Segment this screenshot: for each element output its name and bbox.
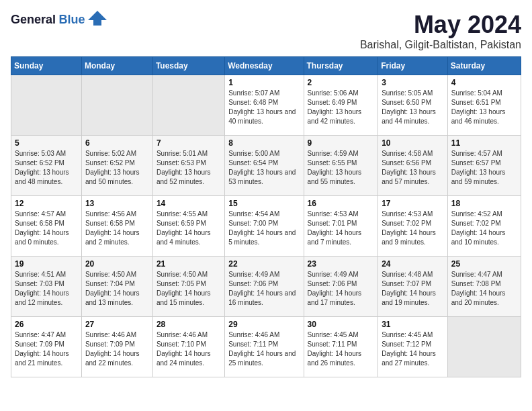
day-info: Sunrise: 4:58 AMSunset: 6:56 PMDaylight:… — [382, 149, 444, 187]
day-number: 14 — [157, 199, 221, 208]
calendar-cell: 31Sunrise: 4:45 AMSunset: 7:12 PMDayligh… — [378, 317, 448, 377]
logo-general: General — [11, 13, 56, 26]
day-info: Sunrise: 4:50 AMSunset: 7:05 PMDaylight:… — [157, 270, 221, 308]
header-friday: Friday — [378, 57, 448, 75]
day-info: Sunrise: 4:51 AMSunset: 7:03 PMDaylight:… — [15, 270, 78, 308]
title-block: May 2024 Barishal, Gilgit-Baltistan, Pak… — [360, 11, 521, 51]
header-sunday: Sunday — [11, 57, 82, 75]
calendar-cell — [81, 75, 152, 136]
day-info: Sunrise: 4:57 AMSunset: 6:57 PMDaylight:… — [451, 149, 517, 187]
day-number: 4 — [451, 78, 517, 87]
logo: General Blue — [11, 11, 107, 28]
day-number: 22 — [228, 259, 300, 269]
calendar-week-row: 1Sunrise: 5:07 AMSunset: 6:48 PMDaylight… — [11, 75, 521, 136]
calendar-cell: 6Sunrise: 5:02 AMSunset: 6:52 PMDaylight… — [81, 136, 152, 196]
day-number: 1 — [228, 78, 300, 87]
calendar-cell: 4Sunrise: 5:04 AMSunset: 6:51 PMDaylight… — [447, 75, 521, 136]
calendar-cell: 3Sunrise: 5:05 AMSunset: 6:50 PMDaylight… — [378, 75, 448, 136]
header-monday: Monday — [81, 57, 152, 75]
day-number: 9 — [308, 138, 375, 148]
day-number: 24 — [382, 259, 444, 269]
day-info: Sunrise: 4:53 AMSunset: 7:01 PMDaylight:… — [308, 210, 375, 247]
calendar-cell: 8Sunrise: 5:00 AMSunset: 6:54 PMDaylight… — [225, 136, 304, 196]
calendar-cell: 11Sunrise: 4:57 AMSunset: 6:57 PMDayligh… — [447, 136, 521, 196]
day-info: Sunrise: 4:45 AMSunset: 7:12 PMDaylight:… — [382, 330, 444, 368]
day-info: Sunrise: 4:47 AMSunset: 7:09 PMDaylight:… — [15, 330, 78, 368]
weekday-header-row: Sunday Monday Tuesday Wednesday Thursday… — [11, 57, 521, 75]
svg-marker-0 — [88, 11, 107, 26]
calendar-cell: 24Sunrise: 4:48 AMSunset: 7:07 PMDayligh… — [378, 257, 448, 317]
day-number: 31 — [382, 320, 444, 329]
day-info: Sunrise: 5:02 AMSunset: 6:52 PMDaylight:… — [85, 149, 149, 187]
calendar-cell: 28Sunrise: 4:46 AMSunset: 7:10 PMDayligh… — [152, 317, 224, 377]
day-number: 27 — [85, 320, 149, 329]
day-info: Sunrise: 4:45 AMSunset: 7:11 PMDaylight:… — [308, 330, 375, 368]
day-info: Sunrise: 4:54 AMSunset: 7:00 PMDaylight:… — [228, 210, 300, 247]
calendar-cell: 22Sunrise: 4:49 AMSunset: 7:06 PMDayligh… — [225, 257, 304, 317]
day-number: 30 — [308, 320, 375, 329]
day-info: Sunrise: 4:59 AMSunset: 6:55 PMDaylight:… — [308, 149, 375, 187]
calendar-cell: 21Sunrise: 4:50 AMSunset: 7:05 PMDayligh… — [152, 257, 224, 317]
calendar-week-row: 12Sunrise: 4:57 AMSunset: 6:58 PMDayligh… — [11, 196, 521, 257]
day-number: 2 — [308, 78, 375, 87]
day-number: 13 — [85, 199, 149, 208]
day-info: Sunrise: 4:47 AMSunset: 7:08 PMDaylight:… — [451, 270, 517, 308]
day-number: 20 — [85, 259, 149, 269]
calendar-subtitle: Barishal, Gilgit-Baltistan, Pakistan — [360, 39, 521, 51]
day-number: 18 — [451, 199, 517, 208]
header-thursday: Thursday — [304, 57, 378, 75]
calendar-week-row: 5Sunrise: 5:03 AMSunset: 6:52 PMDaylight… — [11, 136, 521, 196]
day-number: 26 — [15, 320, 78, 329]
calendar-cell: 17Sunrise: 4:53 AMSunset: 7:02 PMDayligh… — [378, 196, 448, 257]
day-info: Sunrise: 4:46 AMSunset: 7:09 PMDaylight:… — [85, 330, 149, 368]
day-info: Sunrise: 4:48 AMSunset: 7:07 PMDaylight:… — [382, 270, 444, 308]
calendar-cell: 2Sunrise: 5:06 AMSunset: 6:49 PMDaylight… — [304, 75, 378, 136]
calendar-cell: 14Sunrise: 4:55 AMSunset: 6:59 PMDayligh… — [152, 196, 224, 257]
day-info: Sunrise: 5:01 AMSunset: 6:53 PMDaylight:… — [157, 149, 221, 187]
day-number: 25 — [451, 259, 517, 269]
calendar-table: Sunday Monday Tuesday Wednesday Thursday… — [11, 56, 521, 377]
day-info: Sunrise: 4:46 AMSunset: 7:11 PMDaylight:… — [228, 330, 300, 368]
calendar-cell: 5Sunrise: 5:03 AMSunset: 6:52 PMDaylight… — [11, 136, 82, 196]
day-info: Sunrise: 4:52 AMSunset: 7:02 PMDaylight:… — [451, 210, 517, 247]
day-number: 16 — [308, 199, 375, 208]
day-number: 15 — [228, 199, 300, 208]
day-number: 6 — [85, 138, 149, 148]
calendar-cell: 30Sunrise: 4:45 AMSunset: 7:11 PMDayligh… — [304, 317, 378, 377]
calendar-cell: 23Sunrise: 4:49 AMSunset: 7:06 PMDayligh… — [304, 257, 378, 317]
day-number: 28 — [157, 320, 221, 329]
day-info: Sunrise: 5:04 AMSunset: 6:51 PMDaylight:… — [451, 89, 517, 126]
day-info: Sunrise: 4:57 AMSunset: 6:58 PMDaylight:… — [15, 210, 78, 247]
calendar-cell: 16Sunrise: 4:53 AMSunset: 7:01 PMDayligh… — [304, 196, 378, 257]
day-number: 8 — [228, 138, 300, 148]
calendar-cell — [447, 317, 521, 377]
calendar-cell: 18Sunrise: 4:52 AMSunset: 7:02 PMDayligh… — [447, 196, 521, 257]
calendar-cell — [152, 75, 224, 136]
day-info: Sunrise: 4:55 AMSunset: 6:59 PMDaylight:… — [157, 210, 221, 247]
day-info: Sunrise: 5:00 AMSunset: 6:54 PMDaylight:… — [228, 149, 300, 187]
day-number: 10 — [382, 138, 444, 148]
calendar-title: May 2024 — [360, 11, 521, 39]
header-saturday: Saturday — [447, 57, 521, 75]
day-info: Sunrise: 5:07 AMSunset: 6:48 PMDaylight:… — [228, 89, 300, 126]
calendar-cell: 25Sunrise: 4:47 AMSunset: 7:08 PMDayligh… — [447, 257, 521, 317]
calendar-cell: 20Sunrise: 4:50 AMSunset: 7:04 PMDayligh… — [81, 257, 152, 317]
day-info: Sunrise: 4:53 AMSunset: 7:02 PMDaylight:… — [382, 210, 444, 247]
day-info: Sunrise: 4:56 AMSunset: 6:58 PMDaylight:… — [85, 210, 149, 247]
logo-icon — [88, 11, 107, 28]
calendar-week-row: 19Sunrise: 4:51 AMSunset: 7:03 PMDayligh… — [11, 257, 521, 317]
calendar-cell: 29Sunrise: 4:46 AMSunset: 7:11 PMDayligh… — [225, 317, 304, 377]
logo-blue: Blue — [59, 13, 85, 26]
day-info: Sunrise: 5:05 AMSunset: 6:50 PMDaylight:… — [382, 89, 444, 126]
day-info: Sunrise: 4:49 AMSunset: 7:06 PMDaylight:… — [308, 270, 375, 308]
day-number: 5 — [15, 138, 78, 148]
calendar-cell: 26Sunrise: 4:47 AMSunset: 7:09 PMDayligh… — [11, 317, 82, 377]
calendar-cell: 19Sunrise: 4:51 AMSunset: 7:03 PMDayligh… — [11, 257, 82, 317]
calendar-cell: 1Sunrise: 5:07 AMSunset: 6:48 PMDaylight… — [225, 75, 304, 136]
day-info: Sunrise: 4:46 AMSunset: 7:10 PMDaylight:… — [157, 330, 221, 368]
day-number: 17 — [382, 199, 444, 208]
header-wednesday: Wednesday — [225, 57, 304, 75]
day-number: 11 — [451, 138, 517, 148]
calendar-cell: 10Sunrise: 4:58 AMSunset: 6:56 PMDayligh… — [378, 136, 448, 196]
day-number: 3 — [382, 78, 444, 87]
